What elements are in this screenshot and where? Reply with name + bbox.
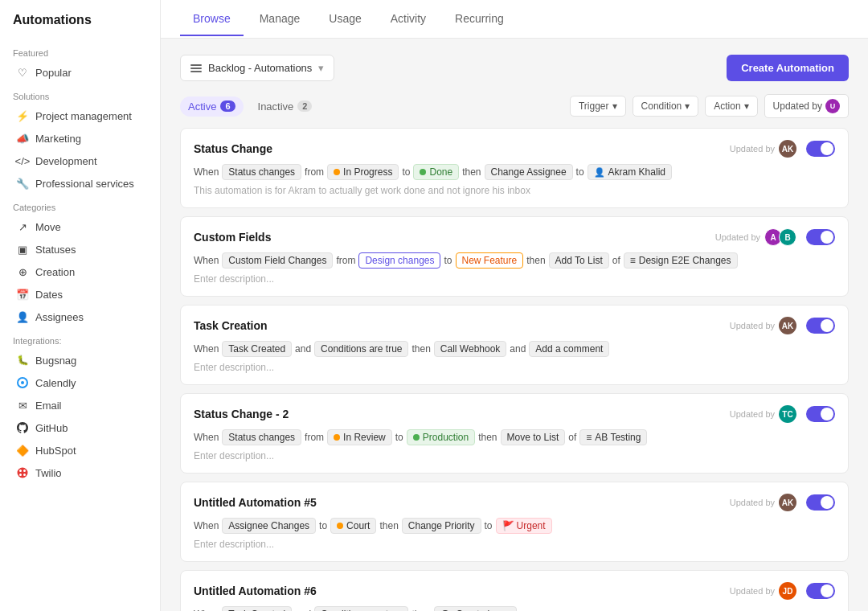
- condition-filter-button[interactable]: Condition ▾: [633, 96, 699, 117]
- automation-toggle[interactable]: [806, 406, 835, 422]
- backlog-selector[interactable]: Backlog - Automations ▾: [180, 55, 334, 81]
- action2-chip[interactable]: Add a comment: [529, 341, 609, 357]
- sidebar-item-calendly[interactable]: Calendly: [3, 371, 157, 394]
- to-status-chip[interactable]: Production: [407, 429, 475, 445]
- tab-manage[interactable]: Manage: [247, 2, 313, 36]
- sidebar-item-label: Development: [35, 155, 97, 167]
- action-chip[interactable]: Create issue: [434, 606, 517, 611]
- chevron-down-icon: ▾: [612, 100, 617, 112]
- sidebar-item-development[interactable]: </> Development: [3, 150, 157, 172]
- sidebar: Automations Featured ♡ Popular Solutions…: [0, 0, 161, 611]
- action-value-chip[interactable]: ≡AB Testing: [579, 429, 647, 445]
- sidebar-item-creation[interactable]: ⊕ Creation: [3, 260, 157, 283]
- svg-point-1: [21, 381, 24, 384]
- action-value-chip[interactable]: ≡Design E2E Changes: [624, 252, 738, 269]
- automation-card: Status Change - 2 Updated by TC When Sta…: [180, 393, 849, 474]
- rule-trigger-chip[interactable]: Task Created: [222, 341, 292, 357]
- updated-by: Updated by TC: [730, 405, 796, 423]
- chevron-down-icon: ▾: [318, 62, 324, 74]
- backlog-label: Backlog - Automations: [208, 62, 312, 74]
- trigger-filter-button[interactable]: Trigger ▾: [570, 96, 626, 117]
- svg-point-5: [19, 474, 22, 476]
- sidebar-item-label: Calendly: [35, 377, 76, 389]
- tab-recurring[interactable]: Recurring: [442, 2, 517, 36]
- automation-header-right: Updated by AK: [730, 494, 835, 511]
- sidebar-item-github[interactable]: GitHub: [3, 416, 157, 439]
- svg-point-4: [23, 470, 26, 472]
- sidebar-item-project-management[interactable]: ⚡ Project management: [3, 105, 157, 127]
- updated-by-text: Updated by: [730, 144, 775, 154]
- tab-usage[interactable]: Usage: [316, 2, 374, 36]
- sidebar-item-professional-services[interactable]: 🔧 Professional services: [3, 172, 157, 195]
- rule-trigger-chip[interactable]: Assignee Changes: [222, 518, 316, 534]
- from-status-chip[interactable]: In Review: [327, 429, 392, 445]
- sidebar-item-marketing[interactable]: 📣 Marketing: [3, 127, 157, 150]
- rule-trigger-chip[interactable]: Status changes: [222, 429, 301, 445]
- to-tag-chip[interactable]: New Feature: [456, 252, 524, 269]
- automation-header: Status Change - 2 Updated by TC: [194, 405, 835, 423]
- hubspot-icon: 🔶: [16, 444, 29, 457]
- automation-toggle[interactable]: [806, 141, 835, 157]
- to-status-chip[interactable]: Done: [413, 164, 459, 180]
- rule-trigger-chip[interactable]: Task Created: [222, 606, 292, 611]
- sidebar-item-hubspot[interactable]: 🔶 HubSpot: [3, 439, 157, 461]
- statuses-icon: ▣: [16, 243, 29, 256]
- action-chip[interactable]: Move to List: [501, 429, 566, 445]
- sidebar-item-dates[interactable]: 📅 Dates: [3, 283, 157, 306]
- create-automation-button[interactable]: Create Automation: [727, 55, 849, 81]
- rule-then: then: [526, 255, 545, 266]
- updated-by-filter-button[interactable]: Updated by U: [764, 94, 849, 118]
- automation-toggle[interactable]: [806, 583, 835, 599]
- dot-green: [420, 169, 426, 175]
- from-tag-chip[interactable]: Design changes: [358, 252, 440, 269]
- automation-name: Status Change: [194, 142, 272, 155]
- sidebar-item-statuses[interactable]: ▣ Statuses: [3, 238, 157, 260]
- action-value-chip[interactable]: 🚩Urgent: [496, 518, 552, 534]
- tab-browse[interactable]: Browse: [180, 2, 244, 36]
- filter-active[interactable]: Active 6: [180, 96, 244, 117]
- automation-toggle[interactable]: [806, 318, 835, 334]
- action-chip[interactable]: Change Assignee: [485, 164, 573, 180]
- rule-action2: to: [576, 166, 584, 178]
- automation-rule: When Task Created and Conditions are tru…: [194, 341, 835, 357]
- sidebar-item-twilio[interactable]: Twilio: [3, 461, 157, 484]
- automation-header-right: Updated by AK: [730, 317, 835, 334]
- list-icon: ≡: [630, 255, 636, 266]
- action-chip[interactable]: Change Priority: [402, 518, 481, 534]
- sidebar-item-bugsnag[interactable]: 🐛 Bugsnag: [3, 349, 157, 371]
- tab-activity[interactable]: Activity: [378, 2, 439, 36]
- sidebar-item-popular[interactable]: ♡ Popular: [3, 61, 157, 84]
- automation-header: Untitled Automation #6 Updated by JD: [194, 582, 835, 600]
- sidebar-item-move[interactable]: ↗ Move: [3, 215, 157, 238]
- action-chip[interactable]: Add To List: [549, 252, 609, 269]
- condition-chip[interactable]: Conditions are true: [314, 341, 408, 357]
- automation-toggle[interactable]: [806, 229, 835, 245]
- automation-card: Status Change Updated by AK When Status …: [180, 128, 849, 208]
- action-chip[interactable]: Call Webhook: [434, 341, 506, 357]
- action-label: Action: [714, 100, 740, 112]
- automation-header-right: Updated by AK: [730, 140, 835, 158]
- updated-by: Updated by A B: [715, 228, 796, 246]
- rule-trigger-chip[interactable]: Custom Field Changes: [222, 252, 333, 269]
- action-filter-button[interactable]: Action ▾: [705, 96, 757, 117]
- solutions-label: Solutions: [0, 84, 160, 105]
- automation-header-right: Updated by JD: [730, 582, 835, 600]
- automation-toggle[interactable]: [806, 494, 835, 511]
- sidebar-item-label: Move: [35, 221, 61, 233]
- automation-name: Untitled Automation #6: [194, 584, 317, 597]
- updated-by: Updated by AK: [730, 317, 796, 334]
- from-status-chip[interactable]: In Progress: [327, 164, 399, 180]
- sidebar-item-email[interactable]: ✉ Email: [3, 394, 157, 416]
- automation-name: Status Change - 2: [194, 408, 289, 420]
- automation-header-right: Updated by A B: [715, 228, 835, 246]
- sidebar-item-label: Bugsnag: [35, 355, 76, 367]
- filter-inactive[interactable]: Inactive 2: [250, 96, 321, 117]
- sidebar-item-assignees[interactable]: 👤 Assignees: [3, 306, 157, 328]
- updated-by: Updated by AK: [730, 494, 796, 511]
- action-value-chip[interactable]: 👤Akram Khalid: [588, 164, 672, 180]
- condition-chip[interactable]: Conditions are true: [314, 606, 408, 611]
- updated-by-label: Updated by: [773, 100, 822, 112]
- rule-trigger-chip[interactable]: Status changes: [222, 164, 301, 180]
- assignees-icon: 👤: [16, 310, 29, 323]
- to-status-chip[interactable]: Court: [330, 518, 376, 534]
